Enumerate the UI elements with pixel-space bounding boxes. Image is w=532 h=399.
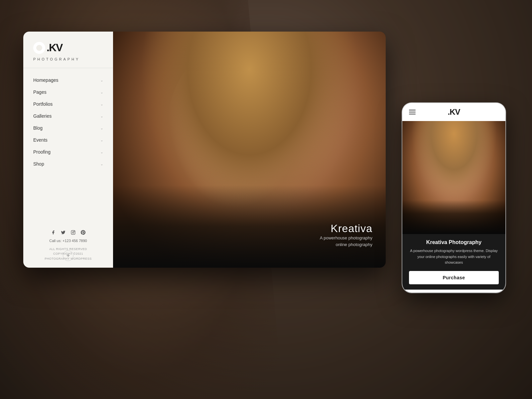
pinterest-icon[interactable] <box>80 230 86 235</box>
hamburger-line <box>409 110 416 110</box>
expand-button[interactable]: + <box>63 250 73 261</box>
chevron-down-icon: ⌄ <box>100 150 103 154</box>
nav-item-portfolios[interactable]: Portfolios ⌄ <box>23 98 113 110</box>
chevron-down-icon: ⌄ <box>100 78 103 82</box>
hamburger-line <box>409 112 416 112</box>
main-content-area: Kreativa A powerhouse photography online… <box>113 32 386 268</box>
purchase-button[interactable]: Purchase <box>409 271 499 284</box>
sidebar-logo-area: .KV <box>23 32 113 57</box>
hero-photo: Kreativa A powerhouse photography online… <box>113 32 386 268</box>
nav-item-blog[interactable]: Blog ⌄ <box>23 122 113 134</box>
chevron-down-icon: ⌄ <box>100 90 103 94</box>
twitter-icon[interactable] <box>61 230 66 235</box>
sidebar-footer: Call us: +123 456 7890 ALL RIGHTS RESERV… <box>23 223 113 268</box>
call-us-text: Call us: +123 456 7890 <box>33 239 103 243</box>
mobile-outfit-shadow <box>402 200 505 234</box>
mobile-mockup: .KV Kreativa Photography A powerhouse ph… <box>402 103 505 293</box>
hero-subtitle: A powerhouse photography online photogra… <box>320 235 372 248</box>
logo-tagline: PHOTOGRAPHY <box>23 57 113 68</box>
svg-rect-0 <box>71 230 75 234</box>
chevron-down-icon: ⌄ <box>100 126 103 130</box>
mobile-hero-image <box>402 121 505 234</box>
hero-text: Kreativa A powerhouse photography online… <box>320 222 372 248</box>
hamburger-line <box>409 114 416 114</box>
logo-text: .KV <box>47 42 62 54</box>
hamburger-menu-button[interactable] <box>409 110 416 114</box>
sidebar: .KV PHOTOGRAPHY Homepages ⌄ Pages ⌄ Port… <box>23 32 113 268</box>
mobile-logo: .KV <box>448 107 460 117</box>
chevron-down-icon: ⌄ <box>100 102 103 106</box>
mobile-product-description: A powerhouse photography wordpress theme… <box>409 248 499 266</box>
nav-item-events[interactable]: Events ⌄ <box>23 134 113 146</box>
facebook-icon[interactable] <box>51 230 56 235</box>
nav-menu: Homepages ⌄ Pages ⌄ Portfolios ⌄ Galleri… <box>23 71 113 223</box>
nav-item-shop[interactable]: Shop ⌄ <box>23 158 113 170</box>
chevron-down-icon: ⌄ <box>100 138 103 142</box>
website-layout: .KV PHOTOGRAPHY Homepages ⌄ Pages ⌄ Port… <box>23 32 386 268</box>
logo-dot-icon <box>33 42 45 54</box>
chevron-down-icon: ⌄ <box>100 162 103 166</box>
mobile-info-panel: Kreativa Photography A powerhouse photog… <box>402 234 505 290</box>
nav-item-galleries[interactable]: Galleries ⌄ <box>23 110 113 122</box>
svg-point-1 <box>72 231 74 233</box>
desktop-mockup: .KV PHOTOGRAPHY Homepages ⌄ Pages ⌄ Port… <box>23 32 386 268</box>
mobile-product-title: Kreativa Photography <box>409 239 499 245</box>
sidebar-divider <box>23 68 113 68</box>
svg-point-2 <box>74 231 74 231</box>
nav-item-pages[interactable]: Pages ⌄ <box>23 86 113 98</box>
mobile-hero-hair <box>408 121 500 206</box>
instagram-icon[interactable] <box>70 230 76 235</box>
mobile-nav-bar: .KV <box>402 103 505 121</box>
social-icons-group <box>33 230 103 235</box>
chevron-down-icon: ⌄ <box>100 114 103 118</box>
nav-item-proofing[interactable]: Proofing ⌄ <box>23 146 113 158</box>
hero-title: Kreativa <box>320 222 372 235</box>
nav-item-homepages[interactable]: Homepages ⌄ <box>23 74 113 86</box>
